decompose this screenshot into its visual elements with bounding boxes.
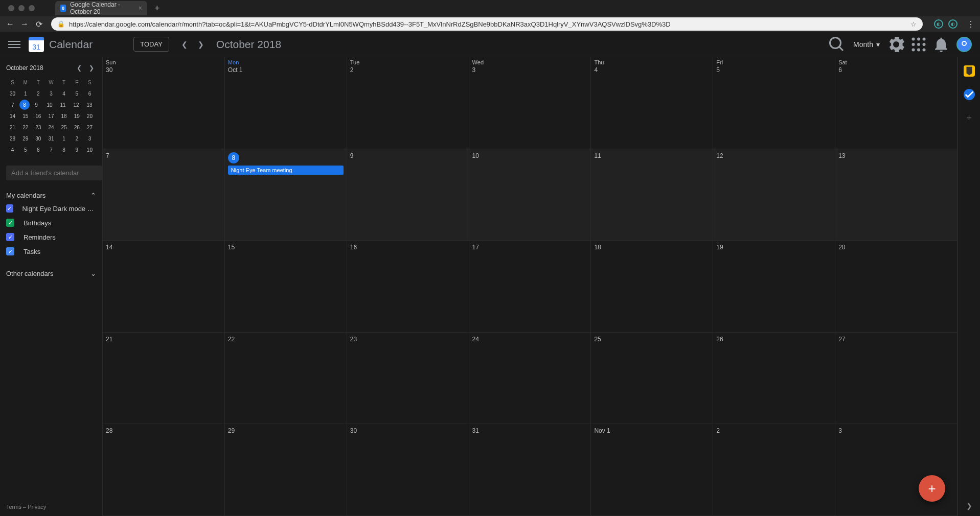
day-cell[interactable]: 15 (225, 241, 347, 332)
day-cell[interactable]: Tue2 (347, 57, 469, 149)
add-addon-icon[interactable]: + (964, 112, 975, 124)
mini-day-cell[interactable]: 5 (71, 88, 83, 99)
mini-day-cell[interactable]: 7 (44, 144, 57, 155)
day-cell[interactable]: Fri5 (713, 57, 835, 149)
day-cell[interactable]: 25 (591, 333, 713, 424)
next-period-button[interactable]: ❯ (194, 37, 208, 52)
day-cell[interactable]: 29 (225, 424, 347, 515)
mini-day-cell[interactable]: 9 (30, 99, 43, 110)
today-button[interactable]: TODAY (133, 37, 169, 52)
mini-day-cell[interactable]: 1 (58, 133, 71, 144)
mini-day-cell[interactable]: 8 (19, 100, 30, 110)
mini-day-cell[interactable]: 30 (32, 133, 44, 144)
day-cell[interactable]: 19 (713, 241, 835, 332)
day-cell[interactable]: 23 (347, 333, 469, 424)
mini-day-cell[interactable]: 4 (6, 144, 19, 155)
day-cell[interactable]: MonOct 1 (225, 57, 347, 149)
other-calendars-toggle[interactable]: Other calendars ⌄ (6, 268, 96, 279)
day-cell[interactable]: 30 (347, 424, 469, 515)
calendar-list-item[interactable]: ✓Birthdays (6, 216, 96, 230)
mini-day-cell[interactable]: 20 (83, 110, 96, 122)
calendar-list-item[interactable]: ✓Night Eye Dark mode on an... (6, 201, 96, 216)
prev-period-button[interactable]: ❮ (177, 37, 192, 52)
day-cell[interactable]: 13 (835, 149, 958, 241)
mini-day-cell[interactable]: 11 (56, 99, 70, 110)
mini-day-cell[interactable]: 27 (83, 122, 96, 133)
mini-next-button[interactable]: ❯ (87, 63, 96, 73)
day-cell[interactable]: 18 (591, 241, 713, 332)
view-selector[interactable]: Month ▾ (848, 40, 885, 49)
day-cell[interactable]: 31 (469, 424, 591, 515)
day-cell[interactable]: 2 (713, 424, 835, 515)
mini-day-cell[interactable]: 19 (71, 110, 83, 122)
day-cell[interactable]: 12 (713, 149, 835, 241)
browser-tab[interactable]: 8 Google Calendar - October 20 × (55, 1, 147, 15)
mini-day-cell[interactable]: 4 (58, 88, 71, 99)
mini-day-cell[interactable]: 31 (44, 133, 57, 144)
calendar-checkbox[interactable]: ✓ (6, 247, 14, 255)
mini-day-cell[interactable]: 23 (32, 122, 44, 133)
back-button[interactable]: ← (5, 19, 15, 29)
apps-grid-icon[interactable] (909, 35, 928, 54)
day-cell[interactable]: 17 (469, 241, 591, 332)
privacy-link[interactable]: Privacy (28, 504, 46, 510)
mini-day-cell[interactable]: 12 (70, 99, 83, 110)
close-dot[interactable] (8, 5, 14, 11)
my-calendars-toggle[interactable]: My calendars ⌃ (6, 190, 96, 201)
mini-day-cell[interactable]: 1 (19, 88, 32, 99)
mini-day-cell[interactable]: 6 (83, 88, 96, 99)
reload-button[interactable]: ⟳ (34, 19, 44, 29)
day-cell[interactable]: 10 (469, 149, 591, 241)
day-cell[interactable]: Thu4 (591, 57, 713, 149)
tasks-icon[interactable] (964, 89, 975, 100)
mini-day-cell[interactable]: 24 (44, 122, 57, 133)
calendar-list-item[interactable]: ✓Reminders (6, 230, 96, 244)
mini-day-cell[interactable]: 25 (58, 122, 71, 133)
search-icon[interactable] (828, 35, 846, 54)
user-avatar[interactable] (956, 37, 972, 52)
mini-day-cell[interactable]: 8 (58, 144, 71, 155)
day-cell[interactable]: 3 (835, 424, 958, 515)
add-friend-input[interactable] (6, 166, 102, 180)
mini-day-cell[interactable]: 15 (19, 110, 32, 122)
mini-day-cell[interactable]: 28 (6, 133, 19, 144)
mini-day-cell[interactable]: 22 (19, 122, 32, 133)
day-cell[interactable]: Sat6 (835, 57, 958, 149)
mini-day-cell[interactable]: 10 (43, 99, 56, 110)
calendar-checkbox[interactable]: ✓ (6, 204, 13, 213)
mini-day-cell[interactable]: 6 (32, 144, 44, 155)
notifications-bell-icon[interactable] (932, 35, 950, 54)
mini-day-cell[interactable]: 26 (71, 122, 83, 133)
calendar-event[interactable]: Night Eye Team meeting (228, 166, 344, 175)
mini-day-cell[interactable]: 10 (83, 144, 96, 155)
mini-day-cell[interactable]: 14 (6, 110, 19, 122)
mini-day-cell[interactable]: 2 (32, 88, 44, 99)
mini-day-cell[interactable]: 18 (58, 110, 71, 122)
mini-day-cell[interactable]: 7 (6, 99, 19, 110)
settings-gear-icon[interactable] (887, 35, 905, 54)
calendar-list-item[interactable]: ✓Tasks (6, 244, 96, 259)
calendar-checkbox[interactable]: ✓ (6, 219, 14, 227)
mini-day-cell[interactable]: 9 (71, 144, 83, 155)
url-bar[interactable]: 🔒 https://calendar.google.com/calendar/r… (51, 17, 923, 31)
terms-link[interactable]: Terms (6, 504, 21, 510)
day-cell[interactable]: Wed3 (469, 57, 591, 149)
keep-icon[interactable] (964, 65, 975, 77)
mini-day-cell[interactable]: 16 (32, 110, 44, 122)
day-cell[interactable]: 22 (225, 333, 347, 424)
tab-close-icon[interactable]: × (139, 5, 142, 12)
extension-icon-2[interactable]: ◐ (948, 19, 958, 29)
day-cell[interactable]: 27 (835, 333, 958, 424)
mini-day-cell[interactable]: 21 (6, 122, 19, 133)
maximize-dot[interactable] (29, 5, 35, 11)
mini-day-cell[interactable]: 17 (44, 110, 57, 122)
calendar-checkbox[interactable]: ✓ (6, 233, 14, 241)
day-cell[interactable]: 9 (347, 149, 469, 241)
day-cell[interactable]: 21 (103, 333, 225, 424)
extension-icon-1[interactable]: ◐ (934, 19, 943, 29)
create-event-fab[interactable]: + (919, 475, 945, 502)
forward-button[interactable]: → (19, 19, 30, 29)
day-cell[interactable]: 26 (713, 333, 835, 424)
mini-day-cell[interactable]: 3 (44, 88, 57, 99)
day-cell[interactable]: 24 (469, 333, 591, 424)
